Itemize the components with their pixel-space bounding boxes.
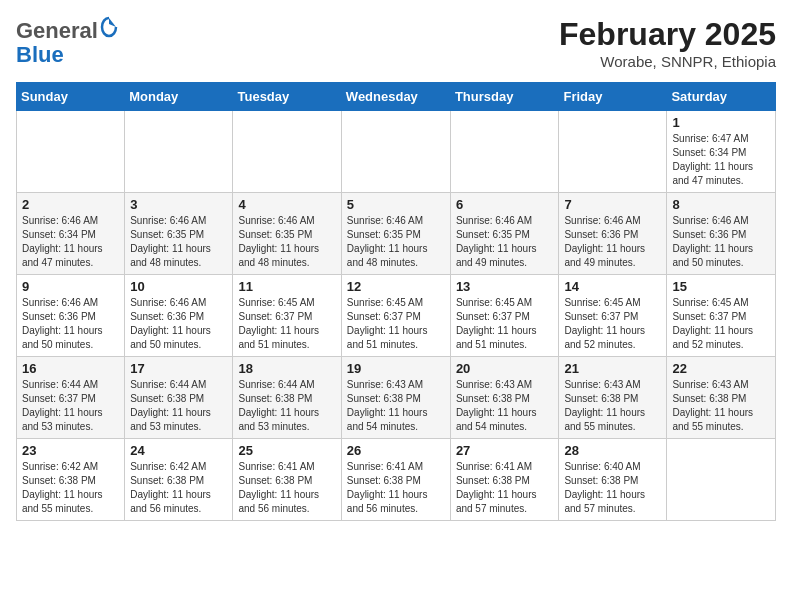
day-number: 5 <box>347 197 445 212</box>
day-info: Sunrise: 6:43 AM Sunset: 6:38 PM Dayligh… <box>672 378 770 434</box>
calendar-cell: 14Sunrise: 6:45 AM Sunset: 6:37 PM Dayli… <box>559 275 667 357</box>
calendar-cell: 23Sunrise: 6:42 AM Sunset: 6:38 PM Dayli… <box>17 439 125 521</box>
calendar-cell: 3Sunrise: 6:46 AM Sunset: 6:35 PM Daylig… <box>125 193 233 275</box>
day-info: Sunrise: 6:45 AM Sunset: 6:37 PM Dayligh… <box>672 296 770 352</box>
day-number: 25 <box>238 443 335 458</box>
calendar-cell: 11Sunrise: 6:45 AM Sunset: 6:37 PM Dayli… <box>233 275 341 357</box>
day-number: 26 <box>347 443 445 458</box>
calendar-cell: 7Sunrise: 6:46 AM Sunset: 6:36 PM Daylig… <box>559 193 667 275</box>
weekday-header: Monday <box>125 83 233 111</box>
day-number: 24 <box>130 443 227 458</box>
day-number: 23 <box>22 443 119 458</box>
day-number: 1 <box>672 115 770 130</box>
day-info: Sunrise: 6:41 AM Sunset: 6:38 PM Dayligh… <box>456 460 554 516</box>
calendar-cell: 15Sunrise: 6:45 AM Sunset: 6:37 PM Dayli… <box>667 275 776 357</box>
calendar-cell: 28Sunrise: 6:40 AM Sunset: 6:38 PM Dayli… <box>559 439 667 521</box>
calendar-cell: 24Sunrise: 6:42 AM Sunset: 6:38 PM Dayli… <box>125 439 233 521</box>
calendar-cell: 10Sunrise: 6:46 AM Sunset: 6:36 PM Dayli… <box>125 275 233 357</box>
day-info: Sunrise: 6:46 AM Sunset: 6:35 PM Dayligh… <box>238 214 335 270</box>
calendar-cell <box>17 111 125 193</box>
weekday-header: Saturday <box>667 83 776 111</box>
page-header: General Blue February 2025 Worabe, SNNPR… <box>16 16 776 70</box>
calendar-cell: 1Sunrise: 6:47 AM Sunset: 6:34 PM Daylig… <box>667 111 776 193</box>
calendar-cell: 13Sunrise: 6:45 AM Sunset: 6:37 PM Dayli… <box>450 275 559 357</box>
calendar-week-row: 16Sunrise: 6:44 AM Sunset: 6:37 PM Dayli… <box>17 357 776 439</box>
weekday-header: Sunday <box>17 83 125 111</box>
logo: General Blue <box>16 16 118 67</box>
calendar-table: SundayMondayTuesdayWednesdayThursdayFrid… <box>16 82 776 521</box>
calendar-cell: 18Sunrise: 6:44 AM Sunset: 6:38 PM Dayli… <box>233 357 341 439</box>
calendar-cell <box>125 111 233 193</box>
day-number: 6 <box>456 197 554 212</box>
day-number: 19 <box>347 361 445 376</box>
weekday-header: Tuesday <box>233 83 341 111</box>
weekday-header: Friday <box>559 83 667 111</box>
calendar-cell <box>233 111 341 193</box>
calendar-cell <box>341 111 450 193</box>
day-number: 15 <box>672 279 770 294</box>
day-info: Sunrise: 6:41 AM Sunset: 6:38 PM Dayligh… <box>238 460 335 516</box>
logo-general: General <box>16 18 98 43</box>
day-info: Sunrise: 6:44 AM Sunset: 6:38 PM Dayligh… <box>238 378 335 434</box>
day-info: Sunrise: 6:42 AM Sunset: 6:38 PM Dayligh… <box>22 460 119 516</box>
calendar-header-row: SundayMondayTuesdayWednesdayThursdayFrid… <box>17 83 776 111</box>
day-info: Sunrise: 6:44 AM Sunset: 6:38 PM Dayligh… <box>130 378 227 434</box>
calendar-cell <box>450 111 559 193</box>
calendar-cell: 12Sunrise: 6:45 AM Sunset: 6:37 PM Dayli… <box>341 275 450 357</box>
calendar-cell: 6Sunrise: 6:46 AM Sunset: 6:35 PM Daylig… <box>450 193 559 275</box>
day-info: Sunrise: 6:46 AM Sunset: 6:35 PM Dayligh… <box>130 214 227 270</box>
location: Worabe, SNNPR, Ethiopia <box>559 53 776 70</box>
calendar-cell: 17Sunrise: 6:44 AM Sunset: 6:38 PM Dayli… <box>125 357 233 439</box>
month-year: February 2025 <box>559 16 776 53</box>
calendar-week-row: 1Sunrise: 6:47 AM Sunset: 6:34 PM Daylig… <box>17 111 776 193</box>
day-info: Sunrise: 6:45 AM Sunset: 6:37 PM Dayligh… <box>238 296 335 352</box>
day-info: Sunrise: 6:43 AM Sunset: 6:38 PM Dayligh… <box>564 378 661 434</box>
day-number: 3 <box>130 197 227 212</box>
calendar-week-row: 2Sunrise: 6:46 AM Sunset: 6:34 PM Daylig… <box>17 193 776 275</box>
day-number: 7 <box>564 197 661 212</box>
day-info: Sunrise: 6:42 AM Sunset: 6:38 PM Dayligh… <box>130 460 227 516</box>
day-number: 20 <box>456 361 554 376</box>
calendar-cell: 20Sunrise: 6:43 AM Sunset: 6:38 PM Dayli… <box>450 357 559 439</box>
day-info: Sunrise: 6:43 AM Sunset: 6:38 PM Dayligh… <box>347 378 445 434</box>
day-number: 18 <box>238 361 335 376</box>
calendar-cell: 26Sunrise: 6:41 AM Sunset: 6:38 PM Dayli… <box>341 439 450 521</box>
calendar-cell: 4Sunrise: 6:46 AM Sunset: 6:35 PM Daylig… <box>233 193 341 275</box>
day-info: Sunrise: 6:46 AM Sunset: 6:36 PM Dayligh… <box>130 296 227 352</box>
day-number: 4 <box>238 197 335 212</box>
calendar-cell <box>667 439 776 521</box>
logo-blue: Blue <box>16 42 64 67</box>
calendar-cell <box>559 111 667 193</box>
day-number: 17 <box>130 361 227 376</box>
day-info: Sunrise: 6:45 AM Sunset: 6:37 PM Dayligh… <box>456 296 554 352</box>
day-number: 10 <box>130 279 227 294</box>
weekday-header: Wednesday <box>341 83 450 111</box>
day-number: 9 <box>22 279 119 294</box>
day-info: Sunrise: 6:47 AM Sunset: 6:34 PM Dayligh… <box>672 132 770 188</box>
calendar-week-row: 9Sunrise: 6:46 AM Sunset: 6:36 PM Daylig… <box>17 275 776 357</box>
day-info: Sunrise: 6:46 AM Sunset: 6:36 PM Dayligh… <box>564 214 661 270</box>
day-info: Sunrise: 6:43 AM Sunset: 6:38 PM Dayligh… <box>456 378 554 434</box>
calendar-cell: 21Sunrise: 6:43 AM Sunset: 6:38 PM Dayli… <box>559 357 667 439</box>
day-number: 2 <box>22 197 119 212</box>
calendar-cell: 19Sunrise: 6:43 AM Sunset: 6:38 PM Dayli… <box>341 357 450 439</box>
day-info: Sunrise: 6:45 AM Sunset: 6:37 PM Dayligh… <box>347 296 445 352</box>
day-number: 16 <box>22 361 119 376</box>
day-info: Sunrise: 6:41 AM Sunset: 6:38 PM Dayligh… <box>347 460 445 516</box>
logo-icon <box>100 16 118 38</box>
calendar-cell: 22Sunrise: 6:43 AM Sunset: 6:38 PM Dayli… <box>667 357 776 439</box>
day-info: Sunrise: 6:40 AM Sunset: 6:38 PM Dayligh… <box>564 460 661 516</box>
day-number: 21 <box>564 361 661 376</box>
day-number: 27 <box>456 443 554 458</box>
day-info: Sunrise: 6:46 AM Sunset: 6:34 PM Dayligh… <box>22 214 119 270</box>
calendar-cell: 5Sunrise: 6:46 AM Sunset: 6:35 PM Daylig… <box>341 193 450 275</box>
day-number: 11 <box>238 279 335 294</box>
day-info: Sunrise: 6:46 AM Sunset: 6:35 PM Dayligh… <box>456 214 554 270</box>
calendar-cell: 2Sunrise: 6:46 AM Sunset: 6:34 PM Daylig… <box>17 193 125 275</box>
day-info: Sunrise: 6:46 AM Sunset: 6:36 PM Dayligh… <box>672 214 770 270</box>
day-number: 12 <box>347 279 445 294</box>
calendar-cell: 16Sunrise: 6:44 AM Sunset: 6:37 PM Dayli… <box>17 357 125 439</box>
day-number: 13 <box>456 279 554 294</box>
calendar-cell: 8Sunrise: 6:46 AM Sunset: 6:36 PM Daylig… <box>667 193 776 275</box>
day-number: 22 <box>672 361 770 376</box>
